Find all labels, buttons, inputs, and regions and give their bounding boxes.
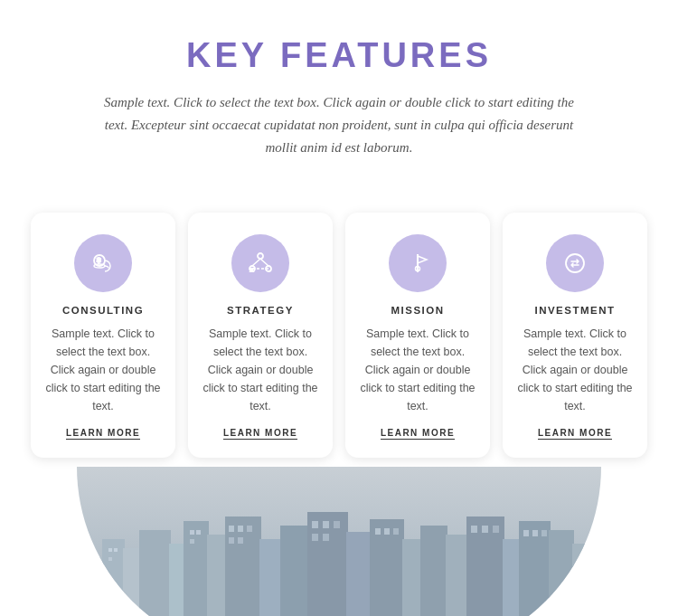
svg-rect-52 [384, 528, 390, 535]
svg-rect-37 [108, 557, 112, 561]
mission-text: Sample text. Click to select the text bo… [360, 325, 476, 415]
svg-rect-33 [549, 530, 574, 616]
page-title: KEY FEATURES [72, 36, 606, 75]
svg-rect-48 [334, 521, 340, 528]
svg-rect-16 [123, 548, 141, 616]
svg-rect-39 [196, 530, 201, 535]
svg-rect-20 [207, 535, 227, 616]
svg-rect-57 [523, 530, 529, 536]
coins-icon: $ [89, 249, 118, 278]
svg-rect-53 [393, 528, 399, 535]
consulting-learn-more[interactable]: LEARN MORE [66, 428, 140, 440]
svg-rect-28 [420, 526, 447, 616]
svg-rect-14 [77, 557, 104, 616]
strategy-learn-more[interactable]: LEARN MORE [223, 428, 297, 440]
page-subtitle: Sample text. Click to select the text bo… [104, 91, 574, 158]
svg-rect-55 [482, 526, 488, 533]
svg-rect-27 [402, 539, 422, 616]
svg-rect-38 [190, 530, 194, 535]
svg-rect-29 [446, 535, 468, 616]
strategy-title: STRATEGY [227, 305, 294, 316]
mission-title: MISSION [391, 305, 444, 316]
consulting-text: Sample text. Click to select the text bo… [45, 325, 161, 415]
svg-text:x: x [250, 267, 253, 272]
consulting-icon-wrap: $ [74, 234, 132, 292]
card-strategy: x STRATEGY Sample text. Click to select … [188, 213, 333, 458]
cards-section: $ CONSULTING Sample text. Click to selec… [0, 185, 678, 458]
svg-rect-49 [312, 534, 318, 541]
svg-rect-22 [259, 539, 282, 616]
page-wrapper: KEY FEATURES Sample text. Click to selec… [0, 0, 678, 616]
svg-rect-44 [229, 537, 234, 544]
header-section: KEY FEATURES Sample text. Click to selec… [0, 0, 678, 185]
svg-rect-50 [323, 534, 329, 541]
mission-learn-more[interactable]: LEARN MORE [381, 428, 455, 440]
image-section: Image from Freepik [0, 458, 678, 616]
svg-line-7 [260, 259, 268, 266]
svg-text:$: $ [97, 256, 101, 264]
city-image-container [77, 467, 601, 616]
svg-rect-42 [238, 526, 243, 532]
exchange-icon [560, 249, 589, 278]
svg-rect-59 [541, 530, 547, 536]
investment-title: INVESTMENT [534, 305, 615, 316]
mission-icon-wrap [389, 234, 447, 292]
card-investment: INVESTMENT Sample text. Click to select … [503, 213, 647, 458]
svg-rect-47 [323, 521, 329, 528]
card-consulting: $ CONSULTING Sample text. Click to selec… [31, 213, 175, 458]
flag-icon [403, 249, 432, 278]
investment-icon-wrap [546, 234, 604, 292]
svg-rect-41 [229, 526, 234, 532]
svg-rect-43 [247, 526, 252, 532]
svg-line-6 [252, 259, 260, 266]
svg-rect-36 [114, 548, 118, 552]
svg-rect-25 [346, 532, 372, 616]
svg-point-3 [258, 253, 263, 259]
svg-rect-34 [572, 544, 601, 616]
svg-rect-19 [184, 521, 209, 616]
investment-text: Sample text. Click to select the text bo… [517, 325, 633, 415]
card-mission: MISSION Sample text. Click to select the… [345, 213, 490, 458]
svg-rect-23 [280, 526, 309, 616]
svg-rect-31 [503, 539, 521, 616]
svg-point-12 [566, 254, 584, 272]
city-skyline [77, 467, 601, 616]
investment-learn-more[interactable]: LEARN MORE [538, 428, 612, 440]
svg-rect-45 [238, 537, 243, 544]
strategy-icon-wrap: x [231, 234, 289, 292]
svg-rect-40 [190, 539, 194, 544]
consulting-title: CONSULTING [62, 305, 144, 316]
svg-rect-35 [108, 548, 112, 552]
svg-rect-56 [493, 526, 499, 533]
svg-rect-46 [312, 521, 318, 528]
svg-rect-58 [532, 530, 538, 536]
strategy-icon: x [246, 249, 275, 278]
strategy-text: Sample text. Click to select the text bo… [202, 325, 318, 415]
svg-rect-18 [169, 544, 185, 616]
svg-rect-51 [375, 528, 381, 535]
svg-rect-54 [471, 526, 477, 533]
svg-rect-17 [139, 530, 171, 616]
svg-rect-15 [102, 539, 125, 616]
